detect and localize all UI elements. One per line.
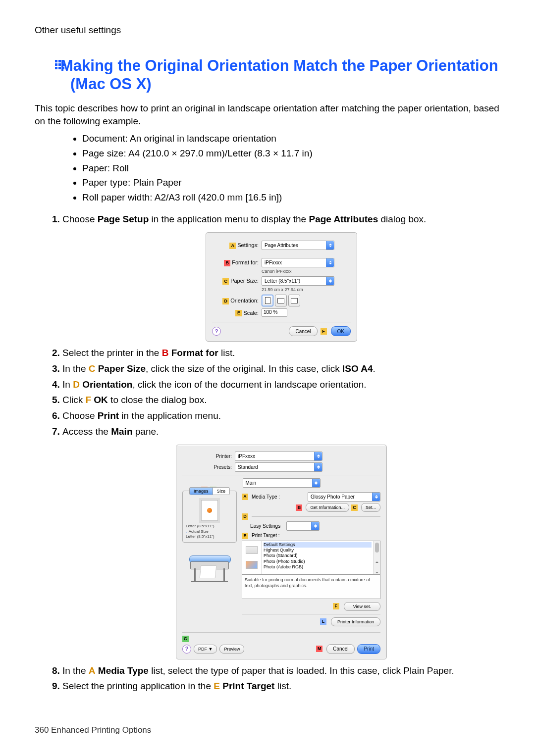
papersize-label: Paper Size: (230, 278, 259, 284)
marker-M: M (316, 646, 322, 652)
marker-C: C (222, 278, 229, 285)
svg-rect-0 (55, 60, 57, 62)
scale-label: Scale: (243, 310, 259, 316)
preview-button[interactable]: Preview (219, 645, 244, 654)
step-8: In the A Media Type list, select the typ… (62, 664, 500, 677)
list-item[interactable]: Photo (Standard) (264, 553, 372, 558)
set-button[interactable]: Set... (361, 503, 380, 512)
marker-G: G (182, 636, 189, 642)
formatfor-sub: Canon iPFxxxx (262, 268, 351, 274)
text: in the application menu. (119, 410, 221, 421)
bullet: Paper: Roll (82, 162, 500, 175)
doc-thumb-icon (246, 546, 258, 554)
text: list, select the type of paper that is l… (149, 665, 454, 676)
formatfor-combo[interactable]: iPFxxxx (262, 258, 334, 267)
help-button[interactable]: ? (212, 327, 221, 336)
marker-L: L (320, 618, 326, 625)
orientation-portrait-button[interactable] (262, 295, 273, 306)
print-button[interactable]: Print (357, 644, 380, 654)
example-bullets: Document: An original in landscape orien… (35, 132, 500, 203)
text: In the (62, 665, 89, 676)
ok-button[interactable]: OK (331, 326, 351, 336)
printtarget-list[interactable]: Default Settings Highest Quality Photo (… (242, 541, 380, 574)
list-item[interactable]: Photo (Adobe RGB) (264, 564, 372, 570)
keyword: Orientation (82, 379, 132, 390)
text: In the (62, 363, 89, 374)
list-item[interactable]: Photo (Photo Studio) (264, 559, 372, 564)
chevron-updown-icon (326, 277, 334, 285)
text: Letter (8.5"x11") (186, 524, 233, 529)
bullet: Paper type: Plain Paper (82, 176, 500, 189)
mediatype-combo[interactable]: Glossy Photo Paper (308, 492, 380, 502)
step-5: Click F OK to close the dialog box. (62, 394, 500, 406)
scrollbar[interactable] (374, 541, 380, 574)
presets-label: Presets: (182, 464, 235, 471)
divider (182, 475, 380, 475)
cancel-button[interactable]: Cancel (289, 326, 317, 336)
keyword: Media Type (98, 665, 149, 676)
keyword: OK (94, 395, 108, 405)
papersize-sub: 21.59 cm x 27.94 cm (262, 287, 351, 293)
photo-thumb-icon (246, 561, 258, 569)
help-button[interactable]: ? (182, 645, 191, 654)
portrait-icon (265, 297, 270, 304)
text: in the application menu to display the (149, 214, 309, 224)
easysettings-combo[interactable] (286, 521, 320, 531)
step-1: Choose Page Setup in the application men… (62, 213, 500, 342)
preview-tabs: Images Size (189, 487, 230, 495)
settings-combo[interactable]: Page Attributes (262, 241, 334, 250)
tab-images[interactable]: Images (190, 488, 213, 495)
marker-E: E (235, 310, 242, 316)
marker-B: B (296, 504, 302, 511)
landscape-reverse-icon (291, 298, 298, 303)
text: Click (62, 395, 85, 405)
step-9: Select the printing application in the E… (62, 680, 500, 693)
orientation-landscape-button[interactable] (275, 295, 287, 306)
list-item[interactable]: Default Settings (264, 542, 372, 548)
easysettings-label: Easy Settings (250, 523, 280, 530)
combo-value: Letter (8.5"x11") (265, 278, 300, 285)
cancel-button[interactable]: Cancel (326, 644, 355, 654)
text: Choose (62, 214, 98, 224)
bullet: Document: An original in landscape orien… (82, 132, 500, 145)
keyword: ISO A4 (342, 363, 373, 374)
scale-input[interactable]: 100 % (262, 308, 287, 317)
view-set-button[interactable]: View set. (344, 602, 380, 611)
presets-combo[interactable]: Standard (235, 462, 322, 472)
orientation-reverse-landscape-button[interactable] (288, 295, 300, 306)
scroll-down-icon[interactable] (375, 572, 378, 573)
step-6: Choose Print in the application menu. (62, 409, 500, 422)
printer-label: Printer: (182, 453, 235, 460)
mediatype-label: Media Type : (252, 494, 280, 501)
marker-B: B (224, 260, 230, 266)
scroll-thumb[interactable] (375, 543, 379, 553)
text: , click the icon of the document in land… (132, 379, 366, 390)
text: Select the printer in the (62, 348, 162, 358)
get-information-button[interactable]: Get Information... (306, 503, 349, 512)
printer-combo[interactable]: iPFxxxx (235, 452, 322, 461)
chevron-updown-icon (314, 452, 322, 460)
text: . (373, 363, 375, 374)
text: Choose (62, 410, 98, 421)
keyword: Page Setup (98, 214, 149, 224)
chevron-updown-icon (311, 522, 319, 530)
bullet: Page size: A4 (210.0 × 297.0 mm)/Letter … (82, 147, 500, 160)
text: Select the printing application in the (62, 681, 214, 691)
pdf-menu-button[interactable]: PDF ▼ (194, 645, 217, 654)
target-thumbs (242, 541, 262, 574)
printer-information-button[interactable]: Printer Information (331, 617, 380, 626)
step-3: In the C Paper Size, click the size of t… (62, 362, 500, 375)
inline-marker-D: D (73, 379, 80, 390)
divider (182, 632, 380, 633)
preview-tabbox: H I Images Size Letter (8.5"x11") (182, 491, 237, 543)
marker-C: C (351, 504, 358, 511)
pane-combo[interactable]: Main (243, 478, 321, 488)
step-2: Select the printer in the B Format for l… (62, 347, 500, 359)
list-item[interactable]: Highest Quality (264, 548, 372, 553)
tab-size[interactable]: Size (213, 488, 230, 495)
papersize-combo[interactable]: Letter (8.5"x11") (262, 276, 334, 286)
text: to close the dialog box. (108, 395, 207, 405)
page-footer: 360 Enhanced Printing Options (35, 725, 151, 736)
scroll-up-icon[interactable] (375, 561, 378, 563)
combo-value: Standard (238, 464, 258, 471)
